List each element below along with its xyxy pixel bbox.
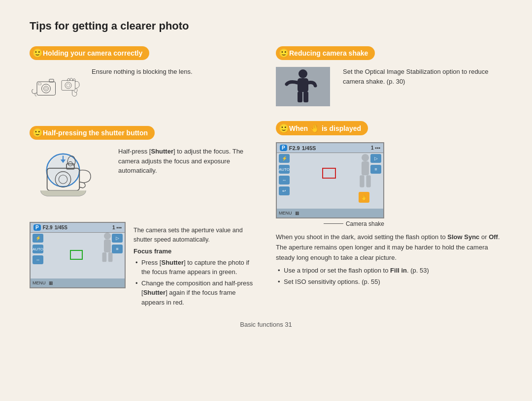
- focus-bullets: Press [Shutter] to capture the photo if …: [135, 258, 256, 308]
- svg-rect-18: [102, 252, 107, 262]
- shake-image: [276, 67, 330, 106]
- half-press-area: Half-press [Shutter] to adjust the focus…: [30, 147, 256, 217]
- focus-bullet-1: Press [Shutter] to capture the photo if …: [135, 258, 256, 277]
- half-press-header: 🙂 Half-pressing the shutter button: [30, 126, 155, 140]
- focus-bullet-2: Change the composition and half-press [S…: [135, 278, 256, 308]
- focus-frame-section: Focus frame Press [Shutter] to capture t…: [133, 247, 256, 308]
- half-press-header-text: Half-pressing the shutter button: [43, 129, 148, 137]
- svg-rect-17: [104, 240, 111, 252]
- lcd-battery-small: 1 ▪▪▪: [112, 225, 122, 230]
- focus-frame-red-main: [322, 168, 336, 179]
- lcd-main-menu-icon: ▦: [295, 211, 299, 216]
- aperture-text: The camera sets the aperture value and s…: [133, 226, 256, 245]
- lcd-main-wrap: P F2.9 1/45S 1 ▪▪▪ ⚡ AUTO ↔ ↩: [276, 142, 384, 227]
- lcd-main-shutter: 1/45S: [302, 145, 316, 151]
- when-displayed-bottom-text: When you shoot in the dark, avoid settin…: [276, 232, 502, 286]
- shake-label-line: [324, 223, 343, 224]
- lcd-menu-icon-small: ▦: [49, 280, 53, 285]
- lcd-main-icon-mode: AUTO: [279, 165, 290, 174]
- hands-holding-svg: [30, 67, 84, 111]
- aperture-focus-text: The camera sets the aperture value and s…: [133, 222, 256, 308]
- when-displayed-smiley-icon: 🙂: [278, 124, 289, 133]
- section-holding: 🙂 Holding your camera correctly: [30, 46, 256, 111]
- when-displayed-header-text: When 🤚 is displayed: [289, 123, 361, 133]
- section-half-press: 🙂 Half-pressing the shutter button: [30, 126, 256, 308]
- svg-rect-24: [303, 92, 308, 102]
- hand-camera-illustration: [30, 147, 108, 217]
- lcd-main-menu-bar: MENU ▦: [277, 209, 383, 217]
- reducing-shake-smiley-icon: 🙂: [278, 49, 289, 58]
- svg-rect-23: [298, 92, 302, 102]
- svg-rect-5: [38, 83, 41, 85]
- reducing-shake-header: 🙂 Reducing camera shake: [276, 46, 375, 60]
- lcd-main-person-silhouette: [354, 153, 376, 192]
- svg-point-7: [65, 82, 71, 89]
- svg-point-25: [362, 154, 369, 161]
- page-footer: Basic functions 31: [0, 321, 532, 328]
- lcd-main-p-badge: P: [280, 145, 287, 151]
- svg-rect-27: [360, 175, 364, 187]
- footer-text: Basic functions 31: [240, 321, 292, 328]
- lcd-p-badge: P: [33, 224, 41, 231]
- hand-press-svg: [30, 147, 103, 216]
- lcd-main-aperture: F2.9: [289, 145, 300, 151]
- svg-rect-28: [366, 175, 370, 187]
- lcd-main-icon-focus: ↔: [279, 176, 290, 185]
- svg-rect-6: [62, 81, 75, 91]
- svg-point-4: [45, 88, 47, 90]
- lcd-left-icons-small: ⚡ AUTO ↔: [33, 234, 43, 264]
- lcd-person-silhouette-small: [98, 232, 117, 266]
- lcd-main-icon-flash: ⚡: [279, 154, 290, 163]
- main-layout: 🙂 Holding your camera correctly: [30, 46, 502, 323]
- when-bullet-1: Use a tripod or set the flash option to …: [278, 266, 502, 276]
- lcd-icon-mode: ↔: [33, 255, 43, 264]
- camera-shake-label-row: Camera shake: [276, 219, 384, 227]
- holding-header-text: Holding your camera correctly: [43, 49, 142, 57]
- lcd-icon-auto: AUTO: [33, 245, 43, 253]
- lcd-icon-flash: ⚡: [33, 234, 43, 243]
- svg-rect-26: [362, 161, 369, 175]
- lcd-aperture-small: F2.9: [43, 225, 53, 230]
- right-column: 🙂 Reducing camera shake: [276, 46, 502, 323]
- page-title: Tips for getting a clearer photo: [30, 20, 502, 32]
- lcd-small-wrap: P F2.9 1/45S 1 ▪▪▪ ⚡ AUTO ↔: [30, 222, 126, 288]
- half-press-text-area: Half-press [Shutter] to adjust the focus…: [118, 147, 256, 176]
- svg-rect-19: [108, 252, 113, 262]
- lcd-main-menu-label: MENU: [279, 211, 292, 216]
- shake-silhouette-svg: [276, 67, 330, 106]
- reducing-shake-description: Set the Optical Image Stabilization opti…: [343, 67, 502, 86]
- svg-point-2: [42, 84, 51, 93]
- svg-point-8: [66, 84, 70, 87]
- svg-rect-22: [298, 78, 308, 92]
- section-reducing-shake: 🙂 Reducing camera shake: [276, 46, 502, 106]
- svg-point-16: [104, 233, 111, 240]
- lcd-small-screen: P F2.9 1/45S 1 ▪▪▪ ⚡ AUTO ↔: [30, 222, 126, 288]
- lcd-menu-label-small: MENU: [33, 280, 46, 285]
- lcd-main-screen: P F2.9 1/45S 1 ▪▪▪ ⚡ AUTO ↔ ↩: [276, 142, 384, 218]
- hand-icon: 🤚: [310, 124, 320, 132]
- holding-smiley-icon: 🙂: [32, 49, 43, 58]
- lcd-main-battery: 1 ▪▪▪: [371, 145, 380, 151]
- camera-shake-label: Camera shake: [346, 220, 384, 227]
- svg-point-3: [44, 86, 49, 91]
- left-column: 🙂 Holding your camera correctly: [30, 46, 256, 323]
- lcd-top-bar: P F2.9 1/45S 1 ▪▪▪: [31, 223, 125, 233]
- holding-illustration: Ensure nothing is blocking the lens.: [30, 67, 256, 111]
- lcd-shutter-small: 1/45S: [55, 225, 67, 230]
- holding-description: Ensure nothing is blocking the lens.: [92, 67, 193, 77]
- when-bullet-2: Set ISO sensitivity options. (p. 55): [278, 277, 502, 287]
- focus-frame-title: Focus frame: [133, 247, 256, 255]
- when-displayed-header: 🙂 When 🤚 is displayed: [276, 121, 368, 135]
- when-displayed-bullets: Use a tripod or set the flash option to …: [278, 266, 502, 286]
- svg-point-21: [299, 69, 307, 78]
- lcd-main-icon-timer2: ↩: [279, 186, 290, 195]
- lcd-shake-icon: 🤚: [359, 192, 369, 203]
- lcd-main-top-bar: P F2.9 1/45S 1 ▪▪▪: [277, 143, 383, 153]
- section-when-displayed: 🙂 When 🤚 is displayed P F2.9 1/45S: [276, 121, 502, 286]
- holding-header: 🙂 Holding your camera correctly: [30, 46, 149, 60]
- half-press-smiley-icon: 🙂: [32, 128, 43, 137]
- reducing-shake-header-text: Reducing camera shake: [289, 49, 368, 57]
- lcd-main-left-icons: ⚡ AUTO ↔ ↩: [279, 154, 290, 195]
- page-container: Tips for getting a clearer photo 🙂 Holdi…: [0, 0, 532, 338]
- reducing-shake-body: Set the Optical Image Stabilization opti…: [276, 67, 502, 106]
